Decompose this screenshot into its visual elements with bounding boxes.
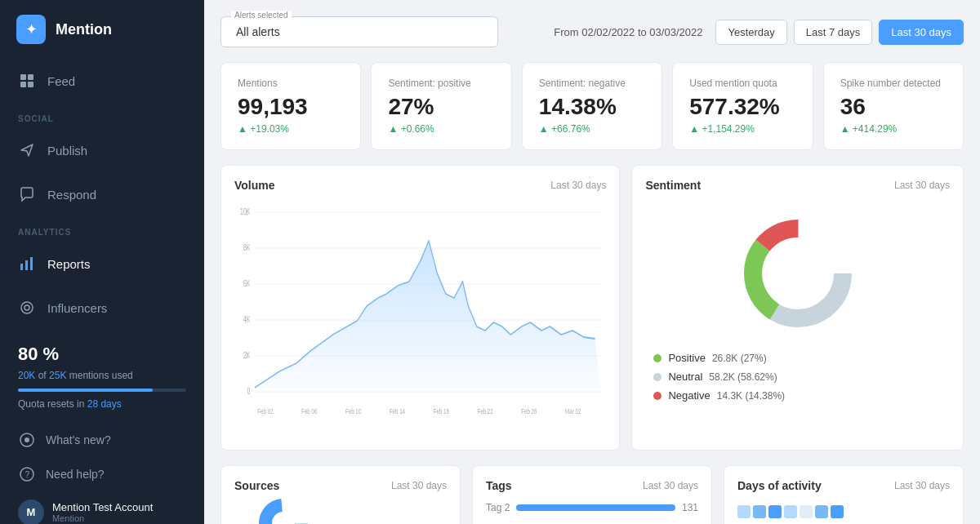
days-activity-period: Last 30 days	[894, 480, 950, 491]
svg-text:?: ?	[25, 470, 30, 479]
tags-title: Tags	[486, 479, 512, 492]
volume-chart-area: 10K 8K 6K 4K 2K 0	[234, 200, 606, 437]
influencers-icon	[18, 299, 36, 317]
sidebar-item-whats-new[interactable]: What's new?	[0, 423, 204, 457]
last30-button[interactable]: Last 30 days	[879, 20, 964, 45]
alerts-label: Alerts selected	[231, 11, 292, 20]
sidebar-feed-label: Feed	[47, 74, 75, 88]
day-cell	[800, 505, 813, 518]
tags-preview: Tag 2 131	[486, 499, 698, 513]
svg-text:10K: 10K	[240, 207, 250, 217]
stat-sentpos-label: Sentiment: positive	[388, 78, 494, 89]
svg-text:4K: 4K	[243, 315, 251, 325]
sources-period: Last 30 days	[391, 480, 447, 491]
sidebar-logo[interactable]: ✦ Mention	[0, 0, 204, 59]
days-activity-card: Days of activity Last 30 days	[724, 465, 964, 524]
sentiment-chart-title: Sentiment	[645, 179, 701, 192]
sources-title: Sources	[234, 479, 279, 492]
volume-chart-header: Volume Last 30 days	[234, 179, 606, 192]
volume-chart-svg: 10K 8K 6K 4K 2K 0	[234, 200, 606, 437]
svg-text:6K: 6K	[243, 279, 251, 289]
neutral-dot	[653, 373, 662, 381]
positive-value: 26.8K (27%)	[712, 353, 767, 364]
tag-bar	[516, 504, 675, 511]
svg-rect-1	[28, 74, 33, 80]
tag-name: Tag 2	[486, 502, 510, 513]
donut-area: Positive 26.8K (27%) Neutral 58.2K (58.6…	[645, 200, 950, 408]
sidebar-item-reports[interactable]: Reports	[0, 242, 204, 286]
alerts-selector[interactable]: Alerts selected All alerts	[220, 16, 498, 47]
sidebar-item-influencers[interactable]: Influencers	[0, 286, 204, 330]
days-activity-preview	[737, 499, 950, 518]
sidebar-account[interactable]: M Mention Test Account Mention	[0, 491, 204, 524]
day-cell	[753, 505, 766, 518]
svg-text:Mar 02: Mar 02	[565, 407, 581, 415]
tag-value: 131	[682, 502, 698, 513]
sources-card-header: Sources Last 30 days	[234, 479, 447, 492]
account-name: Mention Test Account	[52, 501, 153, 513]
sidebar-item-feed[interactable]: Feed	[0, 59, 204, 103]
respond-icon	[18, 185, 36, 203]
svg-text:Feb 02: Feb 02	[257, 407, 273, 415]
tags-card-header: Tags Last 30 days	[486, 479, 698, 492]
charts-row: Volume Last 30 days 10K 8K 6K 4K 2K 0	[220, 165, 964, 451]
stat-mentions-change: +19.03%	[238, 123, 344, 135]
stat-quota-value: 577.32%	[689, 94, 795, 120]
stat-mentions: Mentions 99,193 +19.03%	[220, 62, 361, 150]
stat-sentneg-value: 14.38%	[539, 94, 645, 120]
stat-spike-value: 36	[840, 94, 947, 120]
donut-legend: Positive 26.8K (27%) Neutral 58.2K (58.6…	[645, 352, 950, 408]
yesterday-button[interactable]: Yesterday	[715, 20, 786, 45]
date-range-text: From 02/02/2022 to 03/03/2022	[554, 26, 702, 38]
page-header: Alerts selected All alerts From 02/02/20…	[220, 16, 964, 47]
svg-point-34	[265, 505, 301, 524]
svg-rect-0	[20, 74, 26, 80]
sidebar-item-respond[interactable]: Respond	[0, 172, 204, 216]
stat-sentpos-change: +0.66%	[388, 123, 494, 135]
tags-card: Tags Last 30 days Tag 2 131	[472, 465, 712, 524]
legend-positive: Positive 26.8K (27%)	[653, 352, 942, 364]
quota-days: 28 days	[87, 398, 122, 410]
quota-section: 80 % 20K of 25K mentions used Quota rese…	[0, 330, 204, 423]
svg-point-10	[24, 437, 29, 442]
volume-area-fill	[255, 241, 601, 392]
help-label: Need help?	[46, 468, 105, 481]
sidebar-publish-label: Publish	[47, 144, 87, 158]
day-cell	[737, 505, 751, 518]
app-name: Mention	[56, 21, 112, 38]
day-cell	[784, 505, 797, 518]
volume-chart-title: Volume	[234, 179, 275, 192]
avatar: M	[18, 500, 44, 524]
quota-percent: 80 %	[18, 340, 59, 368]
sentiment-chart-card: Sentiment Last 30 days Posi	[631, 165, 964, 451]
stat-quota-change: +1,154.29%	[689, 123, 795, 135]
whats-new-label: What's new?	[46, 433, 111, 446]
account-info: Mention Test Account Mention	[52, 501, 153, 523]
negative-value: 14.3K (14.38%)	[717, 390, 785, 402]
negative-dot	[653, 392, 662, 400]
neutral-label: Neutral	[668, 371, 702, 383]
volume-chart-period: Last 30 days	[550, 180, 606, 191]
stat-spike: Spike number detected 36 +414.29%	[823, 62, 964, 150]
quota-desc: mentions used	[69, 370, 133, 381]
sidebar-item-need-help[interactable]: ? Need help?	[0, 457, 204, 491]
tags-period: Last 30 days	[643, 480, 698, 491]
svg-text:8K: 8K	[243, 243, 251, 253]
svg-point-7	[21, 302, 33, 313]
bottom-cards-row: Sources Last 30 days Tags Last 30 days T…	[220, 465, 964, 524]
last7-button[interactable]: Last 7 days	[794, 20, 873, 45]
svg-text:Feb 22: Feb 22	[477, 407, 492, 415]
feed-icon	[18, 72, 36, 90]
sidebar-respond-label: Respond	[47, 188, 96, 202]
svg-rect-4	[20, 264, 23, 270]
stat-spike-change: +414.29%	[840, 123, 947, 135]
svg-rect-2	[20, 82, 26, 87]
app-logo-icon: ✦	[16, 15, 46, 44]
days-activity-header: Days of activity Last 30 days	[737, 479, 950, 492]
sidebar-item-publish[interactable]: Publish	[0, 128, 204, 172]
stat-spike-label: Spike number detected	[840, 78, 947, 89]
stat-quota-label: Used mention quota	[689, 78, 795, 89]
date-controls: From 02/02/2022 to 03/03/2022 Yesterday …	[554, 20, 964, 45]
donut-chart-svg	[733, 208, 863, 339]
sources-card: Sources Last 30 days	[220, 465, 461, 524]
